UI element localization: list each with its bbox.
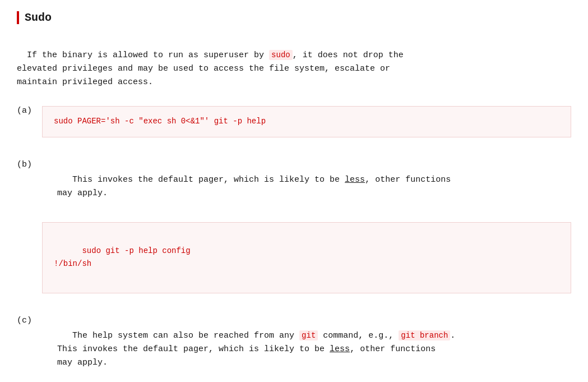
- section-b-code-block: sudo git -p help config !/bin/sh: [42, 222, 571, 293]
- intro-text-before: If the binary is allowed to run as super…: [27, 50, 269, 60]
- section-b-code-line-2: !/bin/sh: [54, 259, 91, 268]
- section-b-text: This invokes the default pager, which is…: [42, 160, 571, 214]
- section-c-content: The help system can also be reached from…: [42, 316, 571, 382]
- section-b-less-link[interactable]: less: [345, 175, 365, 185]
- section-b: (b) This invokes the default pager, whic…: [17, 160, 571, 299]
- page-title: Sudo: [17, 11, 571, 24]
- section-b-content: This invokes the default pager, which is…: [42, 160, 571, 299]
- section-c-less-link[interactable]: less: [330, 344, 350, 354]
- section-a-label: (a): [17, 106, 42, 116]
- intro-paragraph: If the binary is allowed to run as super…: [17, 35, 571, 89]
- section-a-code-block: sudo PAGER='sh -c "exec sh 0<&1"' git -p…: [42, 106, 571, 137]
- section-c-text: The help system can also be reached from…: [42, 316, 571, 382]
- section-c-text-between: command, e.g.,: [318, 331, 399, 340]
- section-c-text-before-git: The help system can also be reached from…: [72, 331, 299, 340]
- section-a: (a) sudo PAGER='sh -c "exec sh 0<&1"' gi…: [17, 106, 571, 143]
- section-c-git-code: git: [299, 330, 318, 340]
- section-c-git-branch-code: git branch: [399, 330, 450, 340]
- section-c: (c) The help system can also be reached …: [17, 316, 571, 382]
- section-b-text-before-link: This invokes the default pager, which is…: [72, 175, 345, 185]
- section-b-code-line-1: sudo git -p help config: [82, 246, 190, 255]
- sudo-inline-code: sudo: [269, 50, 293, 60]
- section-b-label: (b): [17, 160, 42, 169]
- section-a-content: sudo PAGER='sh -c "exec sh 0<&1"' git -p…: [42, 106, 571, 143]
- section-c-label: (c): [17, 316, 42, 325]
